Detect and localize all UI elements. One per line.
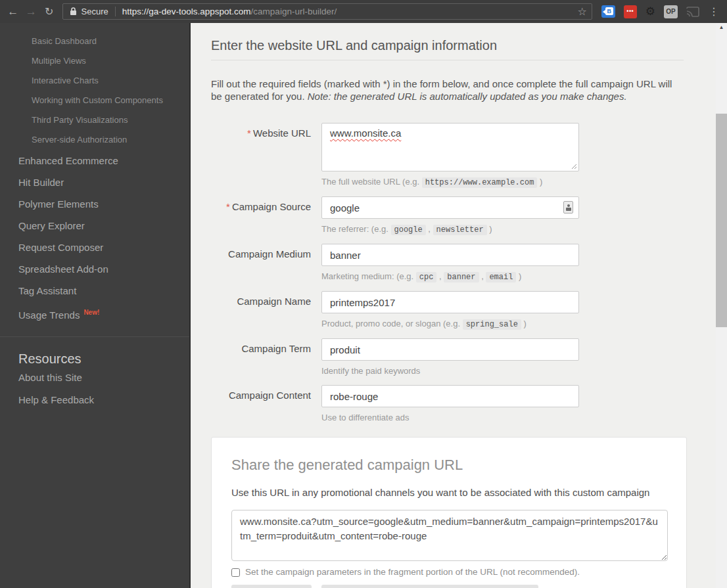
sidebar-item-working-with-custom-components[interactable]: Working with Custom Components	[0, 91, 189, 110]
campaign-term-input[interactable]	[321, 338, 579, 361]
example-chip: google	[391, 225, 426, 235]
example-chip: spring_sale	[463, 319, 521, 330]
fragment-checkbox-label: Set the campaign parameters in the fragm…	[245, 567, 580, 577]
page-title: Enter the website URL and campaign infor…	[211, 37, 727, 54]
example-chip: https://www.example.com	[422, 177, 538, 188]
example-chip: email	[486, 272, 516, 283]
op-extension-icon[interactable]: OP	[664, 5, 678, 18]
sidebar-item-enhanced-ecommerce[interactable]: Enhanced Ecommerce	[0, 150, 189, 171]
campaign-source-label: *Campaign Source	[211, 196, 311, 235]
secure-label: Secure	[82, 7, 108, 16]
usage-trends-label: Usage Trends	[18, 309, 80, 321]
generated-url-textarea[interactable]: www.monsite.ca?utm_source=google&utm_med…	[231, 510, 668, 561]
forward-icon[interactable]: →	[22, 5, 41, 18]
share-card-subtitle: Use this URL in any promotional channels…	[231, 486, 667, 499]
website-url-label: *Website URL	[211, 123, 311, 187]
website-url-row: *Website URL www.monsite.ca The full web…	[211, 123, 727, 187]
cast-icon[interactable]	[686, 7, 699, 17]
resize-handle-icon[interactable]	[571, 164, 577, 170]
campaign-medium-input[interactable]	[321, 244, 579, 266]
app-window: Basic Dashboard Multiple Views Interacti…	[0, 23, 727, 588]
tag-assistant-extension-icon[interactable]: B	[601, 5, 615, 18]
campaign-medium-label: Campaign Medium	[211, 244, 311, 282]
extensions-area: B ••• ⚙ OP	[601, 5, 699, 18]
campaign-content-label: Campaign Content	[211, 385, 311, 422]
website-url-value: www.monsite.ca	[330, 127, 401, 139]
sidebar-item-interactive-charts[interactable]: Interactive Charts	[0, 71, 189, 91]
share-url-card: Share the generated campaign URL Use thi…	[211, 437, 687, 588]
main-content: Enter the website URL and campaign infor…	[191, 23, 727, 588]
campaign-content-help: Use to differentiate ads	[321, 413, 579, 422]
copy-url-button[interactable]	[231, 585, 312, 588]
campaign-term-row: Campaign Term Identify the paid keywords	[211, 338, 727, 376]
intro-note: Note: the generated URL is automatically…	[308, 91, 627, 102]
sidebar-item-request-composer[interactable]: Request Composer	[0, 237, 189, 258]
resources-heading: Resources	[0, 351, 189, 367]
convert-short-link-button[interactable]	[321, 585, 538, 588]
campaign-term-help: Identify the paid keywords	[321, 366, 579, 376]
campaign-name-row: Campaign Name Product, promo code, or sl…	[211, 291, 727, 329]
website-url-textarea[interactable]: www.monsite.ca	[321, 123, 579, 171]
reload-icon[interactable]: ↻	[40, 5, 59, 18]
bookmark-star-icon[interactable]: ☆	[577, 5, 586, 18]
example-chip: newsletter	[433, 225, 487, 235]
url-divider	[115, 7, 116, 16]
title-rule	[211, 60, 684, 60]
intro-paragraph: Fill out the required fields (marked wit…	[211, 78, 684, 102]
sidebar-item-hit-builder[interactable]: Hit Builder	[0, 171, 189, 193]
scrollbar-thumb[interactable]	[716, 114, 727, 327]
lock-icon	[70, 7, 77, 16]
back-icon[interactable]: ←	[4, 5, 22, 18]
website-url-help: The full website URL (e.g. https://www.e…	[321, 177, 579, 187]
gear-extension-icon[interactable]: ⚙	[645, 5, 655, 18]
campaign-name-help: Product, promo code, or slogan (e.g. spr…	[321, 319, 579, 329]
sidebar-item-query-explorer[interactable]: Query Explorer	[0, 215, 189, 237]
new-badge: New!	[83, 309, 99, 316]
sidebar: Basic Dashboard Multiple Views Interacti…	[0, 23, 191, 588]
browser-toolbar: ← → ↻ Secure https://ga-dev-tools.appspo…	[0, 0, 727, 23]
campaign-name-label: Campaign Name	[211, 291, 311, 329]
example-chip: cpc	[416, 272, 437, 283]
campaign-source-row: *Campaign Source The referrer: (e.g. goo…	[211, 196, 727, 235]
sidebar-item-server-side-authorization[interactable]: Server-side Authorization	[0, 130, 189, 150]
campaign-content-row: Campaign Content Use to differentiate ad…	[211, 385, 727, 422]
sidebar-divider	[0, 336, 189, 337]
share-card-buttons	[231, 585, 667, 588]
sidebar-item-multiple-views[interactable]: Multiple Views	[0, 51, 189, 71]
sidebar-item-basic-dashboard[interactable]: Basic Dashboard	[0, 32, 189, 51]
url-host: https://ga-dev-tools.appspot.com	[122, 7, 251, 16]
sidebar-item-tag-assistant[interactable]: Tag Assistant	[0, 280, 189, 302]
scrollbar-up-arrow-icon[interactable]: ▲	[716, 23, 727, 32]
sidebar-item-spreadsheet-add-on[interactable]: Spreadsheet Add-on	[0, 258, 189, 280]
browser-menu-icon[interactable]: ⋮	[706, 5, 722, 18]
sidebar-item-about-this-site[interactable]: About this Site	[0, 367, 189, 389]
sidebar-item-polymer-elements[interactable]: Polymer Elements	[0, 193, 189, 215]
page-url[interactable]: https://ga-dev-tools.appspot.com/campaig…	[122, 7, 337, 16]
campaign-source-help: The referrer: (e.g. google , newsletter …	[321, 224, 579, 235]
campaign-form: *Website URL www.monsite.ca The full web…	[211, 123, 727, 422]
campaign-name-input[interactable]	[321, 291, 579, 313]
campaign-source-input[interactable]	[321, 196, 579, 219]
red-dots-extension-icon[interactable]: •••	[624, 5, 637, 18]
fragment-checkbox[interactable]	[231, 568, 240, 577]
address-bar[interactable]: Secure https://ga-dev-tools.appspot.com/…	[62, 3, 592, 20]
campaign-term-label: Campaign Term	[211, 338, 311, 376]
page-scrollbar[interactable]: ▲	[716, 23, 727, 588]
sidebar-item-usage-trends[interactable]: Usage TrendsNew!	[0, 302, 189, 323]
campaign-content-input[interactable]	[321, 385, 579, 407]
sidebar-item-help-feedback[interactable]: Help & Feedback	[0, 389, 189, 411]
required-asterisk: *	[247, 127, 251, 139]
required-asterisk: *	[226, 201, 230, 212]
share-card-title: Share the generated campaign URL	[231, 456, 667, 474]
url-path: /campaign-url-builder/	[251, 7, 337, 16]
fragment-checkbox-row: Set the campaign parameters in the fragm…	[231, 567, 667, 577]
campaign-medium-help: Marketing medium: (e.g. cpc , banner , e…	[321, 271, 579, 282]
autofill-icon[interactable]	[563, 201, 573, 214]
tag-letter: B	[605, 7, 613, 15]
sidebar-item-third-party-visualizations[interactable]: Third Party Visualizations	[0, 110, 189, 130]
campaign-medium-row: Campaign Medium Marketing medium: (e.g. …	[211, 244, 727, 282]
example-chip: banner	[444, 272, 479, 283]
